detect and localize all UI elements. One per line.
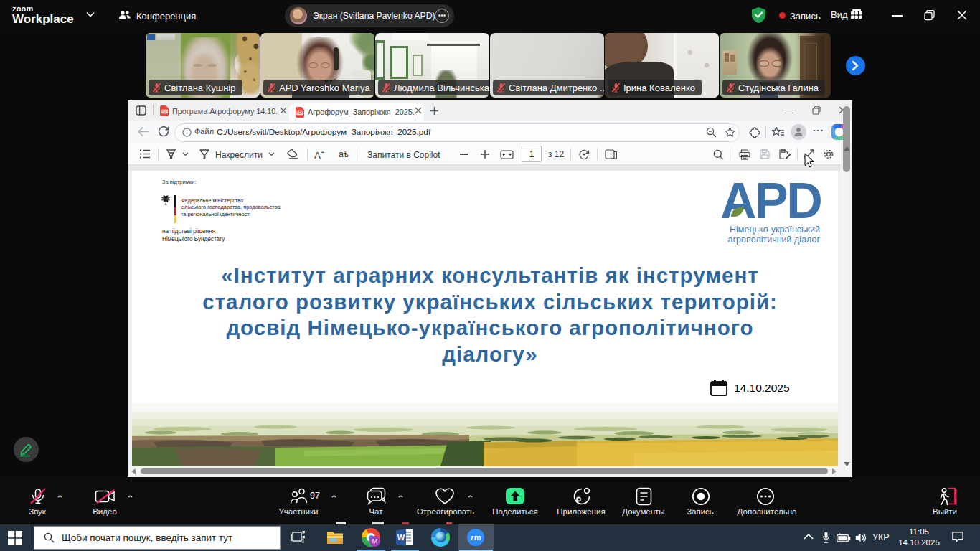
svg-text:PDF: PDF: [296, 111, 303, 115]
svg-text:W: W: [397, 533, 405, 542]
svg-text:PDF: PDF: [161, 110, 167, 113]
